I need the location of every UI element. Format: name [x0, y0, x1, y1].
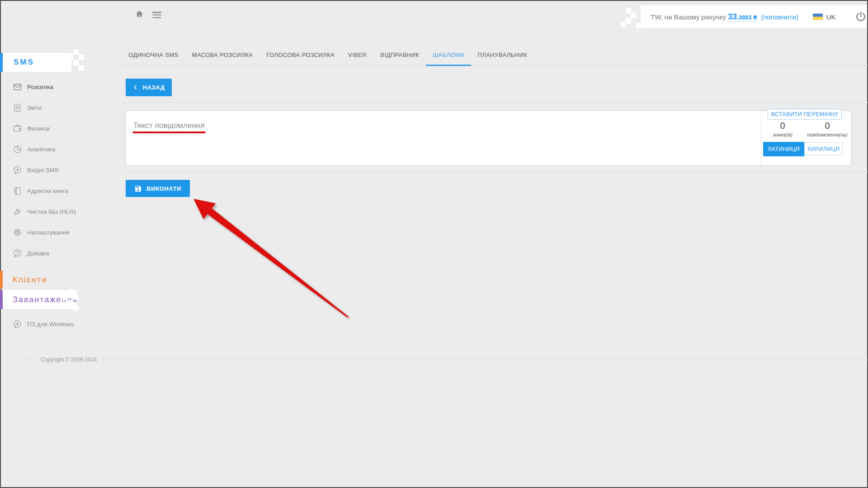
- sidebar-item-label: Чистка баз (HLR): [27, 208, 76, 215]
- account-balance: TW, на Вашому рахунку 33.3883 ₴ (поповни…: [651, 12, 798, 22]
- pixel-decor: [79, 66, 84, 71]
- latin-toggle-button[interactable]: ЛАТИНИЦЯ: [763, 142, 804, 156]
- topup-link[interactable]: (поповнити): [761, 13, 798, 21]
- pixel-decor: [79, 55, 84, 60]
- sidebar-item-label: Звіти: [27, 104, 42, 111]
- execute-button-label: ВИКОНАТИ: [146, 185, 181, 192]
- sidebar-section-clients[interactable]: Клієнти: [0, 271, 90, 289]
- sidebar-item-analityka[interactable]: Аналітика: [0, 139, 122, 160]
- sidebar-item-label: Фінанси: [27, 125, 50, 132]
- pixel-decor: [62, 295, 68, 300]
- sidebar-item-label: Адресна книга: [27, 188, 68, 194]
- tab-mass-mailing[interactable]: МАСОВА РОЗСИЛКА: [185, 52, 260, 66]
- divider: [17, 360, 35, 360]
- report-file-icon: [13, 103, 22, 113]
- divider: [122, 171, 868, 172]
- pixel-decor: [68, 55, 73, 60]
- message-counters: 0 знака(ів) 0 повідомлення(нь): [762, 120, 852, 137]
- wrench-icon: [13, 207, 22, 216]
- sidebar-section-clients-label: Клієнти: [13, 275, 47, 285]
- char-counter: 0 знака(ів): [762, 120, 803, 137]
- pixel-decor: [68, 289, 73, 295]
- home-icon[interactable]: [135, 9, 144, 19]
- char-count-value: 0: [780, 120, 785, 131]
- sidebar-item-adresna-knyha[interactable]: Адресна книга: [0, 180, 122, 201]
- sidebar-item-dovidka[interactable]: Довідка: [0, 243, 122, 263]
- language-label: UK: [826, 13, 836, 21]
- address-book-icon: [13, 186, 22, 196]
- tab-templates[interactable]: ШАБЛОНИ: [426, 52, 471, 66]
- help-icon: [13, 249, 22, 258]
- sidebar-menu: Розсилка Звіти Фінанси Аналітика Вхідні …: [0, 76, 122, 263]
- pixel-decor: [626, 18, 631, 23]
- sidebar-section-sms-label: SMS: [14, 58, 34, 67]
- sidebar-item-zvity[interactable]: Звіти: [0, 97, 122, 118]
- tab-single-sms[interactable]: ОДИНОЧНА SMS: [122, 52, 185, 66]
- char-count-label: знака(ів): [773, 132, 793, 137]
- incoming-message-icon: [13, 165, 22, 175]
- tab-bar: ОДИНОЧНА SMS МАСОВА РОЗСИЛКА ГОЛОСОВА РО…: [122, 50, 868, 66]
- annotation-red-underline: [132, 131, 206, 133]
- sidebar-item-vhidni-sms[interactable]: Вхідні SMS: [0, 160, 122, 180]
- sidebar-item-windows-software[interactable]: ПЗ для Windows: [0, 314, 122, 334]
- annotation-arrow: [0, 0, 868, 488]
- pixel-decor: [73, 295, 79, 300]
- message-text-input[interactable]: [127, 112, 758, 164]
- sidebar-item-label: Розсилка: [27, 84, 53, 90]
- tab-voice-mailing[interactable]: ГОЛОСОВА РОЗСИЛКА: [259, 52, 341, 66]
- sidebar-item-nalashtuvannya[interactable]: Налаштування: [0, 222, 122, 243]
- pie-chart-icon: [13, 145, 22, 154]
- tab-sender[interactable]: ВІДПРАВНИК: [373, 52, 426, 66]
- divider: [102, 360, 868, 360]
- sidebar-item-finansy[interactable]: Фінанси: [0, 118, 122, 139]
- sidebar-item-label: Аналітика: [27, 146, 55, 153]
- download-icon: [13, 319, 22, 329]
- mail-icon: [13, 82, 22, 92]
- tab-scheduler[interactable]: ПЛАНУВАЛЬНИК: [471, 52, 534, 66]
- balance-amount-link[interactable]: 33.3883 ₴: [728, 13, 757, 22]
- sidebar-item-label: Довідка: [27, 250, 49, 257]
- message-counter: 0 повідомлення(нь): [803, 120, 851, 137]
- tab-viber[interactable]: VIBER: [341, 52, 373, 66]
- execute-save-button[interactable]: ВИКОНАТИ: [126, 180, 190, 197]
- back-button-label: НАЗАД: [142, 84, 165, 91]
- pixel-decor: [631, 13, 636, 18]
- chevron-left-icon: [132, 84, 138, 90]
- balance-prefix-label: TW, на Вашому рахунку: [651, 13, 726, 21]
- alphabet-toggle: ЛАТИНИЦЯ КИРИЛИЦЯ: [763, 142, 843, 156]
- divider: [122, 103, 868, 103]
- sidebar-item-rozsylka[interactable]: Розсилка: [0, 76, 122, 97]
- pixel-decor: [73, 60, 79, 66]
- topbar-account-panel: TW, на Вашому рахунку 33.3883 ₴ (поповни…: [641, 5, 867, 28]
- insert-variable-button[interactable]: ВСТАВИТИ ПЕРЕМІННУ: [768, 109, 842, 120]
- divider: [761, 118, 761, 165]
- message-count-label: повідомлення(нь): [807, 132, 848, 137]
- logout-power-icon[interactable]: [855, 11, 867, 23]
- wallet-icon: [13, 124, 22, 133]
- sidebar-item-chystka-baz[interactable]: Чистка баз (HLR): [0, 201, 122, 222]
- back-button[interactable]: НАЗАД: [126, 79, 172, 96]
- save-floppy-icon: [134, 185, 142, 192]
- hamburger-menu-icon[interactable]: [152, 12, 161, 19]
- message-template-card: [126, 111, 851, 166]
- pixel-decor: [73, 49, 79, 55]
- gear-icon: [13, 228, 22, 237]
- app-window: TW, на Вашому рахунку 33.3883 ₴ (поповни…: [0, 0, 868, 488]
- message-count-value: 0: [825, 120, 830, 131]
- sidebar-section-sms[interactable]: SMS: [0, 53, 71, 72]
- sidebar-item-label: Вхідні SMS: [27, 167, 59, 174]
- language-switcher[interactable]: UK: [813, 13, 836, 21]
- pixel-decor: [68, 300, 73, 305]
- sidebar-item-label: ПЗ для Windows: [27, 321, 74, 328]
- pixel-decor: [73, 305, 79, 311]
- cyrillic-toggle-button[interactable]: КИРИЛИЦЯ: [804, 142, 843, 155]
- copyright-text: Copyright © 2008-2024: [41, 357, 97, 363]
- ukraine-flag-icon: [813, 14, 823, 20]
- sidebar-item-label: Налаштування: [27, 229, 69, 236]
